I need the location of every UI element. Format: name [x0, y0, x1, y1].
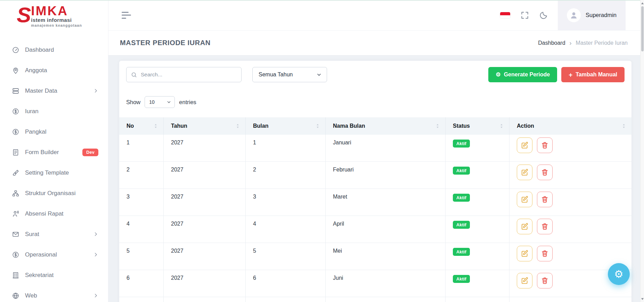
table-row: 3 2027 3 Maret Aktif	[119, 189, 631, 216]
entries-label: entries	[179, 99, 196, 106]
column-header-label: Bulan	[253, 123, 268, 129]
tambah-manual-button[interactable]: + Tambah Manual	[561, 67, 625, 82]
year-filter-select[interactable]: Semua Tahun	[252, 67, 327, 82]
breadcrumb-separator-icon: ›	[570, 40, 572, 46]
cell-no: 2	[127, 167, 130, 173]
sidebar-item-form-builder[interactable]: Form Builder Dev	[0, 142, 108, 162]
sidebar-item-sekretariat[interactable]: Sekretariat	[0, 265, 108, 285]
scroll-down-icon[interactable]	[641, 296, 644, 301]
edit-button[interactable]	[517, 273, 532, 288]
sidebar-item-label: Operasional	[25, 251, 57, 258]
cell-no: 3	[127, 194, 130, 200]
chevron-right-icon	[93, 252, 98, 257]
edit-button[interactable]	[517, 137, 532, 153]
sidebar-item-pangkal[interactable]: Pangkal	[0, 121, 108, 142]
delete-button[interactable]	[537, 137, 553, 153]
generate-periode-label: Generate Periode	[504, 72, 550, 78]
sidebar-item-label: Pangkal	[25, 128, 46, 135]
edit-button[interactable]	[517, 246, 532, 261]
delete-button[interactable]	[537, 165, 553, 180]
scroll-up-icon[interactable]	[641, 1, 644, 6]
settings-fab[interactable]: ⚙	[608, 263, 630, 285]
show-label: Show	[126, 99, 140, 106]
sidebar-item-label: Struktur Organisasi	[25, 190, 76, 197]
column-header-bulan[interactable]: Bulan	[246, 117, 326, 135]
dev-badge: Dev	[82, 149, 98, 156]
column-header-nama-bulan[interactable]: Nama Bulan	[326, 117, 446, 135]
column-header-label: Nama Bulan	[333, 123, 365, 129]
globe-icon	[12, 292, 19, 300]
year-filter-value: Semua Tahun	[259, 72, 316, 78]
search-input[interactable]	[141, 72, 237, 78]
per-page-select[interactable]: 10	[145, 96, 175, 108]
plus-icon: +	[569, 72, 572, 78]
top-accent-line	[0, 0, 644, 1]
mail-icon	[12, 230, 19, 238]
indonesia-flag-icon[interactable]	[500, 12, 511, 19]
generate-periode-button[interactable]: ⚙ Generate Periode	[488, 67, 557, 82]
breadcrumb: Dashboard › Master Periode Iuran	[538, 40, 628, 46]
gauge-icon	[12, 46, 19, 54]
sidebar-item-setting-template[interactable]: Setting Template	[0, 162, 108, 183]
sidebar-item-dashboard[interactable]: Dashboard	[0, 40, 108, 60]
cell-nama-bulan: Mei	[333, 248, 342, 254]
delete-button[interactable]	[537, 246, 553, 261]
sidebar-item-surat[interactable]: Surat	[0, 224, 108, 244]
sidebar-item-anggota[interactable]: Anggota	[0, 60, 108, 81]
delete-button[interactable]	[537, 219, 553, 234]
sidebar-item-struktur-organisasi[interactable]: Struktur Organisasi	[0, 183, 108, 203]
delete-button[interactable]	[537, 192, 553, 207]
sidebar-item-master-data[interactable]: Master Data	[0, 81, 108, 101]
breadcrumb-dashboard-link[interactable]: Dashboard	[538, 40, 565, 46]
sidebar-item-absensi-rapat[interactable]: Absensi Rapat	[0, 203, 108, 224]
cell-nama-bulan: April	[333, 221, 344, 227]
scrollbar-thumb[interactable]	[641, 6, 644, 51]
table-body: 1 2027 1 Januari Aktif 2 2027 2 Februari…	[119, 135, 631, 297]
fullscreen-icon[interactable]	[520, 11, 529, 20]
column-header-action[interactable]: Action	[510, 117, 631, 135]
org-chart-icon	[12, 190, 19, 197]
cell-no: 6	[127, 275, 130, 281]
sidebar-item-web[interactable]: Web	[0, 285, 108, 302]
search-box	[126, 67, 242, 82]
sidebar: S IMKA istem informasi manajemen keanggo…	[0, 0, 108, 302]
scrollbar[interactable]	[640, 0, 644, 302]
periode-table: NoTahunBulanNama BulanStatusAction 1 202…	[119, 117, 631, 302]
column-header-no[interactable]: No	[119, 117, 164, 135]
page-title-bar: MASTER PERIODE IURAN Dashboard › Master …	[108, 31, 644, 56]
cell-nama-bulan: Februari	[333, 167, 354, 173]
column-header-tahun[interactable]: Tahun	[164, 117, 246, 135]
page-title: MASTER PERIODE IURAN	[120, 39, 211, 47]
cell-tahun: 2027	[171, 221, 184, 227]
edit-button[interactable]	[517, 192, 532, 207]
sort-icon	[499, 123, 504, 129]
cell-tahun: 2027	[171, 167, 184, 173]
app-logo[interactable]: S IMKA istem informasi manajemen keanggo…	[0, 4, 108, 34]
column-header-status[interactable]: Status	[446, 117, 510, 135]
sidebar-item-operasional[interactable]: Operasional	[0, 244, 108, 265]
cell-tahun: 2027	[171, 275, 184, 281]
edit-button[interactable]	[517, 219, 532, 234]
moon-icon[interactable]	[539, 11, 548, 20]
cell-bulan: 1	[253, 140, 256, 145]
dollar-circle-icon	[12, 108, 19, 115]
dollar-circle-icon	[12, 128, 19, 136]
sidebar-item-label: Master Data	[25, 87, 57, 94]
chevron-down-icon	[316, 72, 322, 77]
chevron-down-icon	[166, 100, 171, 104]
edit-button[interactable]	[517, 165, 532, 180]
chevron-right-icon	[93, 293, 98, 298]
menu-toggle-icon[interactable]	[122, 12, 131, 19]
delete-button[interactable]	[537, 273, 553, 288]
search-icon	[131, 72, 137, 78]
person-voice-icon	[12, 210, 19, 218]
sidebar-item-iuran[interactable]: Iuran	[0, 101, 108, 121]
cell-no: 1	[127, 140, 130, 145]
table-row: 2 2027 2 Februari Aktif	[119, 162, 631, 189]
cell-tahun: 2027	[171, 194, 184, 200]
chevron-right-icon	[93, 232, 98, 237]
user-menu[interactable]: Superadmin	[558, 0, 626, 30]
column-header-label: Tahun	[171, 123, 187, 129]
column-header-label: Status	[453, 123, 470, 129]
table-row: 6 2027 6 Juni Aktif	[119, 270, 631, 297]
